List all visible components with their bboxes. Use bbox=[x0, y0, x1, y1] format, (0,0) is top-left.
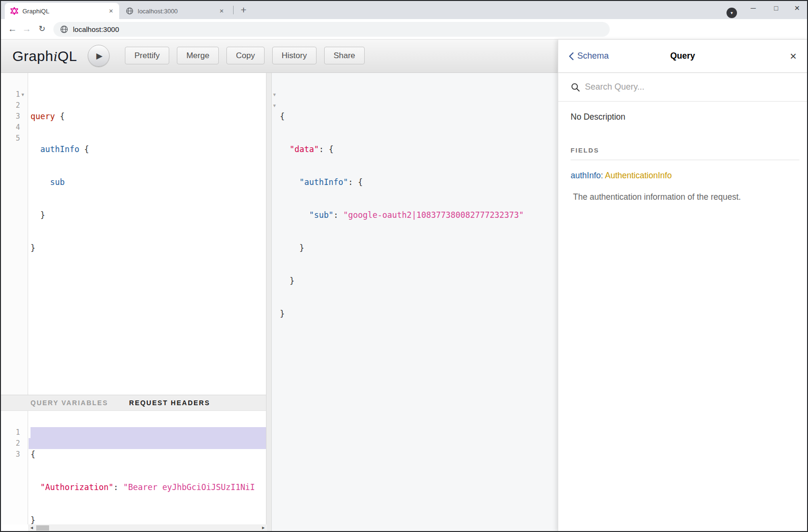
play-icon: ▶ bbox=[96, 51, 102, 61]
query-editor[interactable]: 1 2 3 4 5 ▾ query { authInfo { sub } } bbox=[1, 73, 266, 395]
scroll-right-arrow[interactable]: ► bbox=[260, 524, 267, 532]
tab-title: GraphiQL bbox=[22, 8, 107, 15]
doc-no-description: No Description bbox=[571, 112, 808, 122]
doc-search-row bbox=[558, 73, 808, 102]
doc-explorer: Schema Query × No Description FIELDS aut… bbox=[558, 40, 808, 532]
execute-query-button[interactable]: ▶ bbox=[88, 45, 110, 67]
window-minimize-button[interactable]: ─ bbox=[743, 2, 764, 14]
copy-button[interactable]: Copy bbox=[226, 47, 265, 64]
tab-strip: GraphiQL × localhost:3000 × + ▼ ─ □ × bbox=[1, 1, 807, 19]
doc-back-label: Schema bbox=[577, 51, 609, 61]
doc-title: Query bbox=[670, 51, 695, 61]
merge-button[interactable]: Merge bbox=[177, 47, 219, 64]
line-number: 2 bbox=[1, 100, 20, 111]
doc-content: No Description FIELDS authInfo: Authenti… bbox=[558, 102, 808, 202]
globe-icon bbox=[126, 7, 133, 15]
line-number: 1 bbox=[1, 89, 20, 100]
fold-arrow-icon[interactable]: ▾ bbox=[273, 100, 276, 111]
horizontal-scrollbar[interactable]: ◄ ► bbox=[28, 524, 267, 532]
line-number: 2 bbox=[1, 438, 20, 449]
address-bar[interactable]: localhost:3000 bbox=[53, 22, 610, 37]
request-headers-editor[interactable]: 1 2 3 { "Authorization": "Bearer eyJhbGc… bbox=[1, 411, 266, 524]
doc-close-icon[interactable]: × bbox=[790, 51, 797, 62]
chevron-left-icon bbox=[569, 52, 574, 61]
forward-button[interactable]: → bbox=[20, 22, 33, 36]
reload-button[interactable]: ↻ bbox=[35, 22, 49, 36]
tab-request-headers[interactable]: REQUEST HEADERS bbox=[129, 399, 210, 407]
line-number: 3 bbox=[1, 449, 20, 460]
fold-arrow-icon[interactable]: ▾ bbox=[273, 89, 276, 100]
doc-field-description: The authentication information of the re… bbox=[573, 192, 798, 202]
tab-close-icon[interactable]: × bbox=[107, 7, 115, 15]
prettify-button[interactable]: Prettify bbox=[125, 47, 169, 64]
globe-icon bbox=[60, 25, 68, 33]
doc-search-input[interactable] bbox=[585, 82, 766, 92]
doc-field-name-link[interactable]: authInfo bbox=[571, 171, 601, 180]
line-number: 3 bbox=[1, 111, 20, 122]
graphiql-logo: GraphiQL bbox=[12, 48, 77, 64]
tab-localhost[interactable]: localhost:3000 × bbox=[120, 3, 230, 19]
line-number: 4 bbox=[1, 122, 20, 133]
chevron-down-icon: ▼ bbox=[730, 11, 734, 15]
headers-editor-gutter: 1 2 3 bbox=[1, 411, 28, 524]
pane-resize-handle[interactable] bbox=[266, 73, 272, 532]
query-code: query { authInfo { sub } } bbox=[31, 89, 89, 276]
new-tab-button[interactable]: + bbox=[237, 4, 250, 16]
url-text: localhost:3000 bbox=[73, 25, 119, 33]
headers-code: { "Authorization": "Bearer eyJhbGciOiJSU… bbox=[31, 427, 255, 524]
tab-query-variables[interactable]: QUERY VARIABLES bbox=[31, 399, 108, 407]
doc-category-divider bbox=[571, 160, 799, 160]
browser-window: GraphiQL × localhost:3000 × + ▼ ─ □ × ← … bbox=[0, 0, 808, 532]
window-maximize-button[interactable]: □ bbox=[766, 2, 787, 14]
secondary-editor-titlebar: QUERY VARIABLES REQUEST HEADERS bbox=[1, 395, 266, 411]
doc-back-link[interactable]: Schema bbox=[558, 51, 670, 61]
doc-field-row: authInfo: AuthenticationInfo bbox=[571, 171, 808, 181]
tab-title: localhost:3000 bbox=[138, 8, 217, 15]
graphiql-logo-icon bbox=[10, 7, 18, 15]
window-close-button[interactable]: × bbox=[787, 2, 808, 14]
toolbar-buttons: Prettify Merge Copy History Share bbox=[125, 47, 372, 64]
browser-toolbar: ← → ↻ localhost:3000 uo P Tp bbox=[1, 19, 807, 40]
tab-search-button[interactable]: ▼ bbox=[726, 8, 737, 18]
share-button[interactable]: Share bbox=[324, 47, 365, 64]
history-button[interactable]: History bbox=[272, 47, 317, 64]
search-icon bbox=[571, 82, 580, 92]
tab-separator bbox=[233, 6, 234, 14]
doc-field-type-link[interactable]: AuthenticationInfo bbox=[605, 171, 672, 180]
doc-explorer-header: Schema Query × bbox=[558, 40, 808, 73]
result-viewer: ▾ ▾ { "data": { "authInfo": { "sub": "go… bbox=[272, 73, 558, 532]
fold-arrow-icon[interactable]: ▾ bbox=[21, 89, 24, 100]
tab-graphiql[interactable]: GraphiQL × bbox=[5, 3, 119, 19]
line-number: 5 bbox=[1, 133, 20, 144]
line-number: 1 bbox=[1, 427, 20, 438]
result-json: { "data": { "authInfo": { "sub": "google… bbox=[280, 89, 524, 341]
doc-category-title: FIELDS bbox=[571, 147, 808, 154]
scroll-left-arrow[interactable]: ◄ bbox=[28, 524, 35, 532]
back-button[interactable]: ← bbox=[6, 22, 19, 36]
scrollbar-thumb[interactable] bbox=[36, 525, 49, 531]
query-editor-gutter: 1 2 3 4 5 ▾ bbox=[1, 73, 28, 395]
tab-close-icon[interactable]: × bbox=[217, 7, 226, 15]
